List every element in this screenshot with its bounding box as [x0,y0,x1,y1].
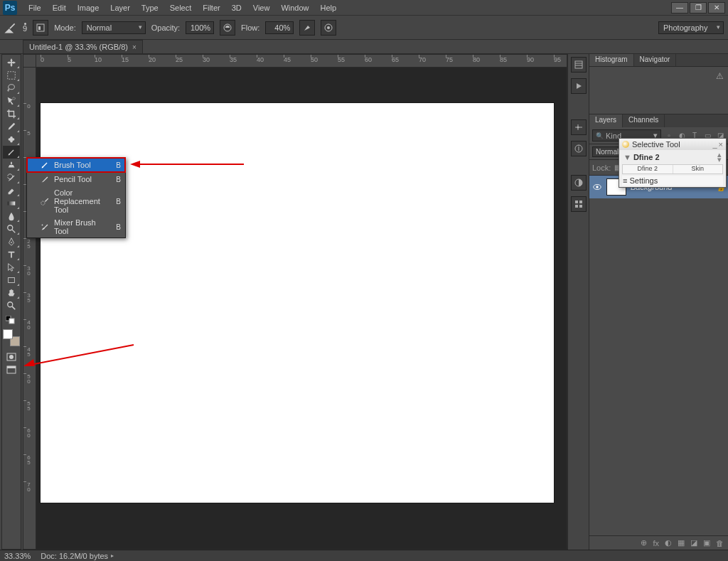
layer-fx-icon[interactable]: fx [653,539,659,547]
status-doc-info[interactable]: Doc: 16.2M/0 bytes▸ [41,552,114,560]
brush-panel-toggle-icon[interactable] [33,20,48,36]
layer-visibility-icon[interactable] [592,182,602,192]
menu-select[interactable]: Select [164,1,198,14]
menu-3d[interactable]: 3D [226,1,247,14]
new-adjustment-icon[interactable]: ▦ [678,538,685,547]
selective-settings-row[interactable]: ≡ Settings [622,176,723,186]
default-colors-icon[interactable] [4,315,18,325]
zoom-tool-icon[interactable] [3,299,20,312]
marquee-tool-icon[interactable] [3,69,20,82]
brush-size-picker[interactable]: 9 [23,23,27,33]
opacity-input[interactable]: 100% [186,21,214,34]
menu-view[interactable]: View [247,1,276,14]
svg-rect-32 [575,201,578,203]
restore-button[interactable]: ❐ [690,2,707,14]
blur-tool-icon[interactable] [3,210,20,223]
menu-filter[interactable]: Filter [197,1,225,14]
minimize-button[interactable]: — [671,2,688,14]
status-zoom[interactable]: 33.33% [4,552,31,560]
document-tab-close-icon[interactable]: × [132,43,136,51]
quick-mask-icon[interactable] [4,352,18,362]
ruler-origin[interactable] [23,55,36,68]
horizontal-ruler[interactable]: 05101520253035404550556065707580859095 [36,55,567,68]
history-brush-tool-icon[interactable] [3,171,20,184]
opacity-pressure-icon[interactable] [220,20,235,36]
vertical-ruler[interactable]: 0510152025303540455055606570 [23,68,36,549]
disclosure-triangle-icon[interactable]: ▼ [623,153,631,161]
collapsed-panel-styles-icon[interactable] [571,196,587,212]
flyout-item-label: Mixer Brush Tool [54,218,112,235]
screen-mode-icon[interactable] [4,365,18,375]
menu-layer[interactable]: Layer [105,1,136,14]
collapsed-panel-info-icon[interactable]: i [571,141,587,156]
window-controls: — ❐ ✕ [671,2,725,14]
menu-type[interactable]: Type [136,1,164,14]
menu-window[interactable]: Window [275,1,314,14]
layers-panel-footer: ⊕ fx ◐ ▦ ◪ ▣ 🗑 [589,535,728,550]
selective-sub-2[interactable]: Skin [673,165,723,173]
type-tool-icon[interactable] [3,248,20,261]
new-layer-icon[interactable]: ▣ [703,538,710,547]
rectangle-tool-icon[interactable] [3,274,20,287]
selective-sub-row[interactable]: Dfine 2 Skin [622,164,723,174]
tool-preset-icon[interactable] [4,21,17,34]
tab-layers[interactable]: Layers [589,114,623,127]
panel-minimize-icon[interactable]: _ [712,140,717,149]
selective-tool-titlebar[interactable]: Selective Tool _× [619,139,726,150]
eyedropper-tool-icon[interactable] [3,120,20,133]
tab-histogram[interactable]: Histogram [589,54,634,66]
mixer-brush-icon [40,222,50,232]
opacity-label: Opacity: [151,23,180,32]
menu-image[interactable]: Image [72,1,105,14]
crop-tool-icon[interactable] [3,107,20,120]
flow-input[interactable]: 40% [265,21,294,34]
airbrush-icon[interactable] [299,20,315,36]
color-swatches[interactable] [3,329,20,346]
clone-stamp-tool-icon[interactable] [3,159,20,171]
flyout-item-label: Color Replacement Tool [54,188,112,214]
menu-file[interactable]: File [23,1,47,14]
blend-mode-select[interactable]: Normal [82,21,146,34]
collapsed-panel-adjustments-icon[interactable] [571,175,587,191]
brush-icon [40,160,50,170]
menu-help[interactable]: Help [315,1,343,14]
histogram-warning-icon[interactable]: ⚠ [716,71,724,81]
collapsed-panel-history-icon[interactable] [571,57,587,73]
flow-label: Flow: [241,23,259,32]
path-select-tool-icon[interactable] [3,261,20,274]
flyout-item-pencil[interactable]: Pencil Tool B [27,172,125,186]
collapsed-panel-properties-icon[interactable] [571,119,587,135]
settings-menu-icon[interactable]: ≡ [623,176,627,185]
close-button[interactable]: ✕ [708,2,725,14]
healing-brush-tool-icon[interactable] [3,133,20,146]
tab-navigator[interactable]: Navigator [634,54,677,66]
lasso-tool-icon[interactable] [3,82,20,95]
link-layers-icon[interactable]: ⊕ [641,538,647,547]
flyout-item-brush[interactable]: Brush Tool B [27,158,125,172]
dodge-tool-icon[interactable] [3,223,20,235]
selective-tool-panel[interactable]: Selective Tool _× ▼ Dfine 2 ▴▾ Dfine 2 S… [619,138,727,188]
layer-list[interactable]: Background 🔒 [589,176,728,535]
foreground-color-swatch[interactable] [3,329,13,339]
gradient-tool-icon[interactable] [3,197,20,210]
workspace-select[interactable]: Photography [658,21,724,34]
brush-tool-icon[interactable] [3,146,20,159]
flyout-item-color-replacement[interactable]: Color Replacement Tool B [27,186,125,216]
selective-sub-1[interactable]: Dfine 2 [623,165,673,173]
new-group-icon[interactable]: ◪ [690,538,697,547]
hand-tool-icon[interactable] [3,287,20,299]
document-tab[interactable]: Untitled-1 @ 33.3% (RGB/8) × [23,40,143,53]
size-pressure-icon[interactable] [321,20,336,36]
quick-select-tool-icon[interactable] [3,95,20,107]
eraser-tool-icon[interactable] [3,184,20,197]
tab-channels[interactable]: Channels [623,114,665,127]
flyout-item-mixer-brush[interactable]: Mixer Brush Tool B [27,216,125,237]
panel-close-icon[interactable]: × [719,140,723,149]
delete-layer-icon[interactable]: 🗑 [716,539,724,547]
layer-mask-icon[interactable]: ◐ [665,538,672,547]
collapsed-panel-actions-icon[interactable] [571,78,587,94]
menu-edit[interactable]: Edit [47,1,72,14]
move-tool-icon[interactable] [3,56,20,69]
pen-tool-icon[interactable] [3,235,20,248]
selective-section-row[interactable]: ▼ Dfine 2 ▴▾ [622,151,723,163]
